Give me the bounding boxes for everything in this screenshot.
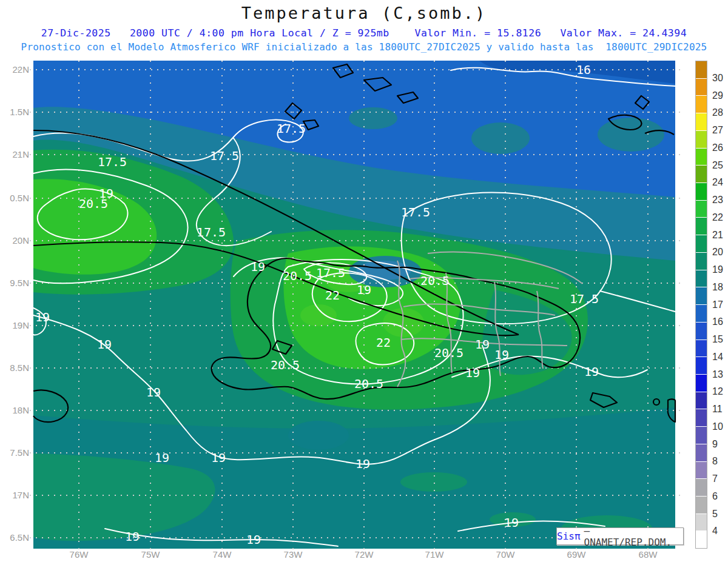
colorbar-tick: 14 (712, 352, 728, 363)
colorbar-tick: 9 (712, 439, 728, 450)
colorbar-segment (696, 200, 707, 218)
colorbar-tick: 26 (712, 142, 728, 153)
colorbar-tick: 18 (712, 282, 728, 293)
colorbar-tick: 25 (712, 160, 728, 171)
contour-value-label: 17.5 (210, 149, 239, 163)
colorbar-tick: 23 (712, 195, 728, 206)
contour-value-label: 19 (146, 385, 161, 400)
lon-tick-label: 75W (137, 549, 164, 560)
colorbar-segment (696, 182, 707, 200)
temperature-shaded-map: 1617.517.517.517.517.517.517.51919191919… (33, 61, 675, 549)
lon-tick-label: 68W (635, 549, 661, 560)
colorbar-tick: 13 (712, 369, 728, 380)
colorbar-segment (696, 78, 707, 96)
contour-value-label: 17.5 (570, 292, 599, 306)
colorbar-segment (696, 496, 707, 513)
colorbar-tick: 24 (712, 177, 728, 188)
colorbar-tick: 17 (712, 299, 728, 310)
contour-value-label: 22 (325, 288, 340, 303)
colorbar-tick: 10 (712, 421, 728, 432)
colorbar-segment (696, 235, 707, 252)
colorbar-tick: 28 (712, 107, 728, 118)
contour-value-label: 19 (357, 283, 371, 297)
colorbar-segment (696, 392, 707, 409)
colorbar-tick: 19 (712, 264, 728, 275)
colorbar-tick: 30 (712, 73, 728, 84)
contour-value-label: 17.5 (197, 225, 226, 239)
colorbar-segment (696, 461, 707, 479)
colorbar-tick: 29 (712, 90, 728, 101)
colorbar-tick: 22 (712, 212, 728, 223)
subtitle-model-init: Pronostico con el Modelo Atmosferico WRF… (0, 41, 728, 53)
colorbar-tick: 8 (712, 456, 728, 467)
lon-tick-label: 70W (492, 549, 519, 560)
colorbar-segment (696, 95, 707, 113)
colorbar-segment (696, 322, 707, 340)
watermark-brand: Sisπ (557, 530, 581, 542)
contour-value-label: 20.5 (271, 358, 300, 372)
contour-value-label: 19 (97, 337, 112, 352)
contour-value-label: 20.5 (283, 269, 312, 283)
colorbar-segment (696, 513, 707, 531)
lon-tick-label: 76W (66, 549, 92, 560)
colorbar-segment (696, 148, 707, 166)
contour-value-label: 19 (251, 259, 265, 274)
colorbar-segment (696, 287, 707, 304)
contour-value-label: 17.5 (98, 155, 127, 169)
colorbar-tick: 11 (712, 404, 728, 415)
colorbar-tick: 21 (712, 230, 728, 241)
contour-value-label: 19 (211, 450, 226, 465)
colorbar-segment (696, 530, 707, 548)
colorbar-segment (696, 165, 707, 182)
colorbar-segment (696, 444, 707, 461)
colorbar-segment (696, 130, 707, 148)
wrf-temperature-map-page: Temperatura (C,somb.) 27-Dic-2025 2000 U… (0, 0, 728, 562)
map-canvas: 1617.517.517.517.517.517.517.51919191919… (33, 61, 675, 549)
watermark-badge: Sisπ – ONAMET/REP.DOM. (556, 527, 684, 545)
colorbar-segment (696, 113, 707, 130)
colorbar-tick: 12 (712, 386, 728, 397)
lon-tick-label: 69W (563, 549, 590, 560)
lon-tick-label: 73W (280, 549, 306, 560)
colorbar-segment (696, 426, 707, 444)
contour-value-label: 17.5 (277, 121, 306, 136)
contour-value-label: 20.5 (354, 376, 383, 391)
colorbar-tick: 4 (712, 526, 728, 537)
contour-value-label: 20.5 (420, 273, 450, 288)
colorbar-segment (696, 252, 707, 270)
contour-value-label: 19 (475, 337, 490, 352)
watermark-org: – ONAMET/REP.DOM. (584, 525, 683, 548)
colorbar-segment (696, 374, 707, 392)
contour-value-label: 17.5 (316, 266, 345, 280)
contour-value-label: 19 (125, 529, 140, 544)
contour-value-label: 22 (376, 335, 391, 350)
contour-value-label: 16 (576, 62, 591, 77)
contour-value-label: 19 (356, 457, 370, 471)
contour-value-label: 19 (155, 450, 169, 465)
colorbar-tick: 15 (712, 334, 728, 345)
colorbar-tick: 6 (712, 491, 728, 502)
colorbar-segment (696, 340, 707, 357)
colorbar-tick: 7 (712, 473, 728, 484)
page-title: Temperatura (C,somb.) (0, 4, 728, 22)
contour-value-label: 19 (246, 532, 261, 547)
colorbar-tick: 20 (712, 247, 728, 258)
colorbar-segment (696, 270, 707, 287)
contour-value-label: 17.5 (401, 205, 430, 219)
contour-value-label: 19 (494, 347, 509, 362)
lon-tick-label: 74W (209, 549, 235, 560)
contour-value-label: 20.5 (79, 196, 108, 211)
colorbar-segment (696, 61, 707, 78)
colorbar-segment (696, 217, 707, 235)
contour-value-label: 19 (504, 515, 519, 530)
subtitle-valid-time: 27-Dic-2025 2000 UTC / 4:00 pm Hora Loca… (0, 27, 728, 39)
colorbar-tick: 5 (712, 509, 728, 520)
contour-value-label: 19 (584, 364, 599, 379)
contour-value-label: 19 (35, 310, 50, 324)
colorbar-segment (696, 409, 707, 426)
colorbar (695, 61, 707, 549)
colorbar-segment (696, 356, 707, 374)
contour-value-label: 19 (465, 366, 480, 380)
lon-tick-label: 71W (421, 549, 448, 560)
colorbar-segment (696, 478, 707, 496)
